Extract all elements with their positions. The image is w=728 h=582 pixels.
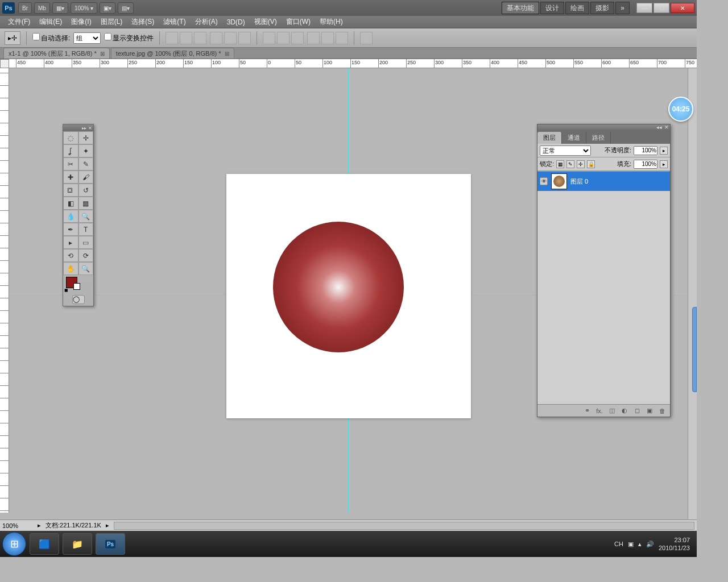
align-vcenter-icon[interactable]: [180, 32, 192, 44]
3d-camera-tool[interactable]: ⟳: [78, 249, 94, 262]
visibility-icon[interactable]: 👁: [540, 177, 548, 185]
fill-flyout-icon[interactable]: ▸: [660, 160, 668, 168]
dist-bottom-icon[interactable]: [291, 32, 304, 44]
tools-panel-header[interactable]: ▸▸✕: [63, 124, 93, 131]
delete-layer-icon[interactable]: 🗑: [657, 408, 667, 414]
lock-position-icon[interactable]: ✢: [577, 160, 585, 168]
align-top-icon[interactable]: [166, 32, 178, 44]
minibridge-button[interactable]: Mb: [34, 2, 50, 14]
status-doc-size[interactable]: 文档:221.1K/221.1K: [46, 521, 101, 530]
tray-clock[interactable]: 23:07 2010/11/23: [659, 536, 690, 552]
auto-select-checkbox[interactable]: 自动选择:: [32, 33, 70, 43]
gradient-tool[interactable]: ▦: [78, 197, 94, 210]
heal-tool[interactable]: ✚: [63, 171, 78, 184]
view-arrange-button[interactable]: ▦▾: [52, 2, 68, 14]
sidebar-pull-handle[interactable]: [692, 307, 697, 392]
extras-button[interactable]: ▤▾: [118, 2, 134, 14]
maximize-button[interactable]: ☐: [653, 3, 669, 13]
menu-filter[interactable]: 滤镜(T): [159, 17, 190, 27]
tray-icon[interactable]: ▣: [628, 541, 634, 548]
show-transform-checkbox[interactable]: 显示变换控件: [104, 33, 154, 43]
tools-panel[interactable]: ▸▸✕ ◌✢ ʆ✦ ✂✎ ✚🖌 ⛋↺ ◧▦ 💧🔍 ✒T ▸▭ ⟲⟳ ✋🔍 ◼ ◯: [63, 124, 94, 306]
3d-tool[interactable]: ⟲: [63, 249, 78, 262]
color-swatches[interactable]: ◼: [63, 275, 93, 293]
blur-tool[interactable]: 💧: [63, 210, 78, 223]
new-layer-icon[interactable]: ▣: [645, 407, 654, 414]
menu-select[interactable]: 选择(S): [127, 17, 159, 27]
dist-hcenter-icon[interactable]: [321, 32, 334, 44]
minimize-button[interactable]: —: [636, 3, 652, 13]
dodge-tool[interactable]: 🔍: [78, 210, 94, 223]
dist-top-icon[interactable]: [263, 32, 275, 44]
layer-row[interactable]: 👁 图层 0: [537, 172, 670, 191]
status-zoom[interactable]: 100%: [2, 522, 33, 529]
zoom-level-button[interactable]: 100% ▾: [71, 2, 97, 14]
default-colors-icon[interactable]: ◼: [64, 288, 68, 293]
eyedropper-tool[interactable]: ✎: [78, 157, 94, 171]
menu-window[interactable]: 窗口(W): [282, 17, 315, 27]
horizontal-scrollbar[interactable]: [114, 522, 694, 530]
layer-thumbnail[interactable]: [551, 173, 567, 189]
wand-tool[interactable]: ✦: [78, 144, 94, 157]
vertical-ruler[interactable]: [0, 68, 9, 513]
document-canvas[interactable]: [226, 174, 471, 418]
lock-pixels-icon[interactable]: ✎: [566, 160, 574, 168]
close-icon[interactable]: ✕: [664, 124, 669, 131]
lasso-tool[interactable]: ʆ: [63, 144, 78, 157]
collapse-icon[interactable]: ▸▸: [82, 126, 86, 131]
layer-group-icon[interactable]: ◻: [632, 407, 642, 414]
tray-chevron-icon[interactable]: ▴: [638, 541, 642, 548]
move-tool[interactable]: ✢: [78, 131, 94, 144]
dist-vcenter-icon[interactable]: [277, 32, 289, 44]
menu-view[interactable]: 视图(V): [250, 17, 282, 27]
taskbar-pinned-1[interactable]: 🟦: [30, 533, 59, 555]
opacity-input[interactable]: [634, 146, 657, 155]
auto-align-icon[interactable]: [360, 32, 373, 44]
workspace-essentials[interactable]: 基本功能: [502, 2, 539, 14]
ps-logo-icon[interactable]: Ps: [2, 2, 15, 14]
chevron-icon[interactable]: ▸: [106, 522, 109, 529]
align-bottom-icon[interactable]: [194, 32, 206, 44]
taskbar-explorer[interactable]: 📁: [63, 533, 92, 555]
move-tool-icon[interactable]: ▸✢: [5, 31, 20, 45]
dist-right-icon[interactable]: [336, 32, 348, 44]
brush-tool[interactable]: 🖌: [78, 171, 94, 184]
panel-tab-channels[interactable]: 通道: [562, 132, 586, 144]
pen-tool[interactable]: ✒: [63, 223, 78, 236]
layers-panel[interactable]: ◂◂✕ 图层 通道 路径 正常 不透明度: ▸ 锁定: ▦ ✎ ✢ 🔒 填充: …: [537, 124, 671, 417]
history-brush-tool[interactable]: ↺: [78, 184, 94, 197]
layer-list[interactable]: 👁 图层 0: [537, 171, 670, 404]
tray-ime[interactable]: CH: [614, 541, 623, 547]
hand-tool[interactable]: ✋: [63, 262, 78, 275]
lock-transparency-icon[interactable]: ▦: [556, 160, 564, 168]
eraser-tool[interactable]: ◧: [63, 197, 78, 210]
layer-fx-icon[interactable]: fx.: [595, 408, 604, 414]
menu-layer[interactable]: 图层(L): [96, 17, 127, 27]
lock-all-icon[interactable]: 🔒: [587, 160, 595, 168]
bridge-button[interactable]: Br: [18, 2, 32, 14]
align-left-icon[interactable]: [210, 32, 222, 44]
chevron-icon[interactable]: ▸: [38, 522, 41, 529]
doc-tab-1[interactable]: x1-1 @ 100% (图层 1, RGB/8) *⊠: [3, 48, 110, 59]
quickmask-button[interactable]: ◯: [72, 295, 85, 304]
collapse-icon[interactable]: ◂◂: [656, 124, 662, 131]
align-right-icon[interactable]: [238, 32, 251, 44]
close-icon[interactable]: ✕: [88, 126, 92, 131]
workspace-painting[interactable]: 绘画: [565, 2, 589, 14]
doc-tab-2[interactable]: texture.jpg @ 100% (图层 0, RGB/8) *⊠: [111, 48, 234, 59]
workspace-photography[interactable]: 摄影: [590, 2, 614, 14]
marquee-tool[interactable]: ◌: [63, 131, 78, 144]
close-button[interactable]: ✕: [671, 3, 694, 13]
screen-mode-button[interactable]: ▣▾: [100, 2, 115, 14]
layer-name[interactable]: 图层 0: [570, 177, 588, 186]
panel-tab-paths[interactable]: 路径: [586, 132, 611, 144]
dist-left-icon[interactable]: [307, 32, 320, 44]
menu-edit[interactable]: 编辑(E): [35, 17, 67, 27]
vertical-scrollbar[interactable]: [688, 68, 697, 519]
shape-tool[interactable]: ▭: [78, 236, 94, 249]
taskbar-photoshop[interactable]: Ps: [96, 533, 125, 555]
type-tool[interactable]: T: [78, 223, 94, 236]
background-color[interactable]: [73, 283, 80, 290]
blend-mode-select[interactable]: 正常: [540, 146, 591, 156]
opacity-flyout-icon[interactable]: ▸: [660, 147, 668, 155]
